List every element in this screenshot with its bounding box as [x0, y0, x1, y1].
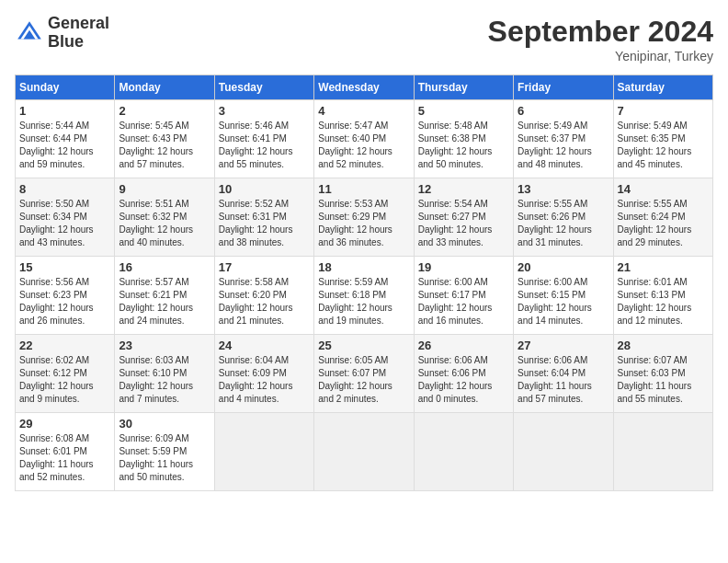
- day-info: Sunrise: 5:47 AM Sunset: 6:40 PM Dayligh…: [318, 120, 409, 171]
- day-number: 27: [518, 339, 609, 352]
- day-info: Sunrise: 6:00 AM Sunset: 6:15 PM Dayligh…: [518, 276, 609, 327]
- day-info: Sunrise: 6:08 AM Sunset: 6:01 PM Dayligh…: [19, 432, 110, 484]
- calendar-cell: 27 Sunrise: 6:06 AM Sunset: 6:04 PM Dayl…: [514, 335, 613, 413]
- day-number: 18: [318, 260, 409, 274]
- day-info: Sunrise: 5:51 AM Sunset: 6:32 PM Dayligh…: [119, 198, 210, 249]
- calendar-week-1: 1 Sunrise: 5:44 AM Sunset: 6:44 PM Dayli…: [16, 100, 713, 178]
- calendar-week-2: 8 Sunrise: 5:50 AM Sunset: 6:34 PM Dayli…: [16, 178, 713, 257]
- day-number: 24: [219, 339, 310, 352]
- day-info: Sunrise: 5:48 AM Sunset: 6:38 PM Dayligh…: [418, 120, 509, 171]
- calendar-week-3: 15 Sunrise: 5:56 AM Sunset: 6:23 PM Dayl…: [16, 257, 713, 335]
- month-title: September 2024: [488, 15, 713, 49]
- calendar-cell: 4 Sunrise: 5:47 AM Sunset: 6:40 PM Dayli…: [314, 100, 414, 178]
- calendar-cell: 24 Sunrise: 6:04 AM Sunset: 6:09 PM Dayl…: [214, 335, 313, 413]
- title-block: September 2024 Yenipinar, Turkey: [488, 15, 713, 63]
- logo-line2: Blue: [48, 33, 109, 52]
- day-info: Sunrise: 5:44 AM Sunset: 6:44 PM Dayligh…: [19, 120, 110, 171]
- day-info: Sunrise: 6:09 AM Sunset: 5:59 PM Dayligh…: [119, 432, 210, 484]
- calendar-cell: 7 Sunrise: 5:49 AM Sunset: 6:35 PM Dayli…: [613, 100, 712, 178]
- day-header-thursday: Thursday: [414, 75, 513, 100]
- calendar-cell: 2 Sunrise: 5:45 AM Sunset: 6:43 PM Dayli…: [115, 100, 214, 178]
- day-number: 19: [418, 260, 509, 274]
- calendar-cell: 25 Sunrise: 6:05 AM Sunset: 6:07 PM Dayl…: [314, 335, 414, 413]
- calendar-cell: 19 Sunrise: 6:00 AM Sunset: 6:17 PM Dayl…: [414, 257, 513, 335]
- calendar-cell: 17 Sunrise: 5:58 AM Sunset: 6:20 PM Dayl…: [214, 257, 313, 335]
- calendar-cell: 1 Sunrise: 5:44 AM Sunset: 6:44 PM Dayli…: [16, 100, 115, 178]
- day-number: 22: [19, 339, 110, 352]
- calendar-cell: 26 Sunrise: 6:06 AM Sunset: 6:06 PM Dayl…: [414, 335, 513, 413]
- calendar-cell: 5 Sunrise: 5:48 AM Sunset: 6:38 PM Dayli…: [414, 100, 513, 178]
- calendar-cell: [214, 413, 313, 491]
- day-info: Sunrise: 6:05 AM Sunset: 6:07 PM Dayligh…: [318, 354, 409, 406]
- day-info: Sunrise: 5:49 AM Sunset: 6:35 PM Dayligh…: [618, 120, 709, 171]
- day-number: 28: [618, 339, 709, 352]
- day-number: 25: [318, 339, 409, 352]
- day-info: Sunrise: 5:49 AM Sunset: 6:37 PM Dayligh…: [518, 120, 609, 171]
- day-header-sunday: Sunday: [16, 75, 115, 100]
- day-number: 30: [119, 417, 210, 431]
- calendar-cell: 8 Sunrise: 5:50 AM Sunset: 6:34 PM Dayli…: [16, 178, 115, 257]
- header-row: SundayMondayTuesdayWednesdayThursdayFrid…: [16, 75, 713, 100]
- day-number: 6: [518, 104, 609, 118]
- day-info: Sunrise: 6:01 AM Sunset: 6:13 PM Dayligh…: [618, 276, 709, 327]
- day-header-tuesday: Tuesday: [214, 75, 313, 100]
- calendar-cell: 18 Sunrise: 5:59 AM Sunset: 6:18 PM Dayl…: [314, 257, 414, 335]
- calendar-cell: 20 Sunrise: 6:00 AM Sunset: 6:15 PM Dayl…: [514, 257, 613, 335]
- calendar-week-4: 22 Sunrise: 6:02 AM Sunset: 6:12 PM Dayl…: [16, 335, 713, 413]
- calendar-cell: 14 Sunrise: 5:55 AM Sunset: 6:24 PM Dayl…: [613, 178, 712, 257]
- day-number: 21: [618, 260, 709, 274]
- day-info: Sunrise: 5:46 AM Sunset: 6:41 PM Dayligh…: [219, 120, 310, 171]
- day-info: Sunrise: 5:55 AM Sunset: 6:24 PM Dayligh…: [618, 198, 709, 249]
- day-info: Sunrise: 5:54 AM Sunset: 6:27 PM Dayligh…: [418, 198, 509, 249]
- day-info: Sunrise: 6:03 AM Sunset: 6:10 PM Dayligh…: [119, 354, 210, 406]
- day-info: Sunrise: 5:53 AM Sunset: 6:29 PM Dayligh…: [318, 198, 409, 249]
- day-info: Sunrise: 5:57 AM Sunset: 6:21 PM Dayligh…: [119, 276, 210, 327]
- day-number: 14: [618, 182, 709, 196]
- day-number: 3: [219, 104, 310, 118]
- day-header-monday: Monday: [115, 75, 214, 100]
- calendar-cell: [314, 413, 414, 491]
- day-number: 10: [219, 182, 310, 196]
- calendar-cell: [414, 413, 513, 491]
- calendar-cell: 29 Sunrise: 6:08 AM Sunset: 6:01 PM Dayl…: [16, 413, 115, 491]
- calendar-cell: [613, 413, 712, 491]
- calendar-cell: 13 Sunrise: 5:55 AM Sunset: 6:26 PM Dayl…: [514, 178, 613, 257]
- day-number: 11: [318, 182, 409, 196]
- day-number: 29: [19, 417, 110, 431]
- day-info: Sunrise: 5:55 AM Sunset: 6:26 PM Dayligh…: [518, 198, 609, 249]
- calendar-week-5: 29 Sunrise: 6:08 AM Sunset: 6:01 PM Dayl…: [16, 413, 713, 491]
- day-info: Sunrise: 6:00 AM Sunset: 6:17 PM Dayligh…: [418, 276, 509, 327]
- calendar-cell: 15 Sunrise: 5:56 AM Sunset: 6:23 PM Dayl…: [16, 257, 115, 335]
- day-number: 13: [518, 182, 609, 196]
- day-number: 4: [318, 104, 409, 118]
- calendar-cell: 21 Sunrise: 6:01 AM Sunset: 6:13 PM Dayl…: [613, 257, 712, 335]
- day-info: Sunrise: 5:59 AM Sunset: 6:18 PM Dayligh…: [318, 276, 409, 327]
- day-number: 23: [119, 339, 210, 352]
- day-number: 12: [418, 182, 509, 196]
- day-number: 7: [618, 104, 709, 118]
- day-number: 2: [119, 104, 210, 118]
- calendar-cell: 28 Sunrise: 6:07 AM Sunset: 6:03 PM Dayl…: [613, 335, 712, 413]
- day-info: Sunrise: 6:06 AM Sunset: 6:06 PM Dayligh…: [418, 354, 509, 406]
- day-number: 17: [219, 260, 310, 274]
- day-info: Sunrise: 5:58 AM Sunset: 6:20 PM Dayligh…: [219, 276, 310, 327]
- calendar-cell: 3 Sunrise: 5:46 AM Sunset: 6:41 PM Dayli…: [214, 100, 313, 178]
- day-info: Sunrise: 6:07 AM Sunset: 6:03 PM Dayligh…: [618, 354, 709, 406]
- calendar-cell: 11 Sunrise: 5:53 AM Sunset: 6:29 PM Dayl…: [314, 178, 414, 257]
- calendar-cell: 30 Sunrise: 6:09 AM Sunset: 5:59 PM Dayl…: [115, 413, 214, 491]
- day-info: Sunrise: 6:06 AM Sunset: 6:04 PM Dayligh…: [518, 354, 609, 406]
- day-info: Sunrise: 5:50 AM Sunset: 6:34 PM Dayligh…: [19, 198, 110, 249]
- location-subtitle: Yenipinar, Turkey: [488, 49, 713, 63]
- day-info: Sunrise: 6:04 AM Sunset: 6:09 PM Dayligh…: [219, 354, 310, 406]
- logo-line1: General: [48, 15, 109, 33]
- day-number: 16: [119, 260, 210, 274]
- day-info: Sunrise: 5:45 AM Sunset: 6:43 PM Dayligh…: [119, 120, 210, 171]
- calendar-cell: 10 Sunrise: 5:52 AM Sunset: 6:31 PM Dayl…: [214, 178, 313, 257]
- calendar-cell: 23 Sunrise: 6:03 AM Sunset: 6:10 PM Dayl…: [115, 335, 214, 413]
- day-info: Sunrise: 6:02 AM Sunset: 6:12 PM Dayligh…: [19, 354, 110, 406]
- calendar-cell: 6 Sunrise: 5:49 AM Sunset: 6:37 PM Dayli…: [514, 100, 613, 178]
- day-header-saturday: Saturday: [613, 75, 712, 100]
- day-info: Sunrise: 5:52 AM Sunset: 6:31 PM Dayligh…: [219, 198, 310, 249]
- calendar-cell: 16 Sunrise: 5:57 AM Sunset: 6:21 PM Dayl…: [115, 257, 214, 335]
- day-number: 26: [418, 339, 509, 352]
